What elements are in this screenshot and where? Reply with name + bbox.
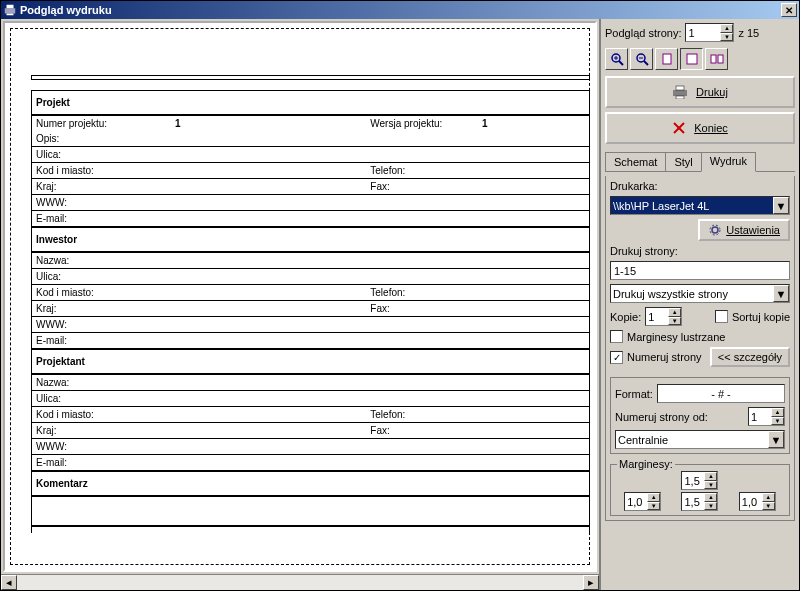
close-button[interactable]: ✕	[781, 3, 797, 17]
page-preview-label: Podgląd strony:	[605, 27, 681, 39]
chevron-down-icon[interactable]: ▼	[768, 431, 784, 448]
close-x-icon	[672, 121, 686, 135]
close-preview-button[interactable]: Koniec	[605, 112, 795, 144]
details-toggle-button[interactable]: << szczegóły	[710, 347, 790, 367]
sidebar: Podgląd strony: ▲▼ z 15 Drukuj	[599, 19, 799, 590]
gear-icon	[708, 223, 722, 237]
spin-up-icon[interactable]: ▲	[720, 24, 733, 33]
copies-spin[interactable]: ▲▼	[645, 307, 682, 326]
margin-bottom-spin[interactable]: ▲▼	[681, 492, 718, 511]
svg-rect-14	[673, 90, 687, 96]
svg-rect-15	[676, 86, 684, 90]
number-pages-checkbox[interactable]: ✓	[610, 351, 623, 364]
scroll-right-button[interactable]: ▸	[583, 575, 599, 590]
printer-settings-button[interactable]: Ustawienia	[698, 219, 790, 241]
page-number-input[interactable]	[686, 24, 720, 41]
printer-select[interactable]: \\kb\HP LaserJet 4L ▼	[610, 196, 790, 215]
svg-line-8	[644, 61, 648, 65]
two-pages-button[interactable]	[705, 48, 728, 70]
zoom-toolbar	[605, 46, 795, 72]
chevron-down-icon[interactable]: ▼	[773, 285, 789, 302]
zoom-out-button[interactable]	[630, 48, 653, 70]
tab-print[interactable]: Wydruk	[701, 152, 756, 172]
tab-schema[interactable]: Schemat	[605, 152, 666, 171]
chevron-down-icon[interactable]: ▼	[773, 197, 789, 214]
alignment-select[interactable]: Centralnie ▼	[615, 430, 785, 449]
margins-group: Marginesy: ▲▼ ▲▼ ▲▼ ▲▼	[610, 464, 790, 516]
margin-top-spin[interactable]: ▲▼	[681, 471, 718, 490]
report-content: Projekt Numer projektu:1Wersja projektu:…	[31, 90, 590, 497]
svg-line-4	[619, 61, 623, 65]
collate-checkbox[interactable]	[715, 310, 728, 323]
app-icon	[3, 3, 17, 17]
preview-area: Projekt Numer projektu:1Wersja projektu:…	[3, 21, 597, 572]
printer-icon	[672, 85, 688, 99]
svg-point-19	[712, 227, 718, 233]
svg-rect-2	[7, 14, 14, 16]
titlebar: Podgląd wydruku ✕	[1, 1, 799, 19]
pages-label: Drukuj strony:	[610, 245, 790, 257]
window-title: Podgląd wydruku	[20, 4, 781, 16]
tab-style[interactable]: Styl	[665, 152, 701, 171]
range-mode-select[interactable]: Drukuj wszystkie strony ▼	[610, 284, 790, 303]
format-input[interactable]	[657, 384, 785, 403]
svg-rect-0	[5, 8, 16, 13]
print-panel: Drukarka: \\kb\HP LaserJet 4L ▼ Ustawien…	[605, 176, 795, 521]
zoom-in-button[interactable]	[605, 48, 628, 70]
page-number-spin[interactable]: ▲▼	[685, 23, 734, 42]
pages-input[interactable]	[610, 261, 790, 280]
horizontal-scrollbar[interactable]: ◂ ▸	[1, 574, 599, 590]
svg-rect-16	[676, 96, 684, 99]
svg-rect-10	[663, 54, 671, 64]
scroll-left-button[interactable]: ◂	[1, 575, 17, 590]
fit-page-button[interactable]	[655, 48, 678, 70]
svg-rect-12	[711, 55, 716, 63]
start-number-spin[interactable]: ▲▼	[748, 407, 785, 426]
numbering-group: Format: Numeruj strony od: ▲▼ Centralnie…	[610, 377, 790, 454]
print-button[interactable]: Drukuj	[605, 76, 795, 108]
svg-rect-1	[7, 5, 14, 9]
print-preview-window: Podgląd wydruku ✕ Projekt Numer projektu…	[0, 0, 800, 591]
margin-right-spin[interactable]: ▲▼	[739, 492, 776, 511]
margin-left-spin[interactable]: ▲▼	[624, 492, 661, 511]
svg-rect-11	[687, 54, 697, 64]
tab-bar: Schemat Styl Wydruk	[605, 152, 795, 172]
mirror-margins-checkbox[interactable]	[610, 330, 623, 343]
svg-rect-13	[718, 55, 723, 63]
fit-width-button[interactable]	[680, 48, 703, 70]
printer-label: Drukarka:	[610, 180, 790, 192]
main-area: Projekt Numer projektu:1Wersja projektu:…	[1, 19, 799, 590]
copies-label: Kopie:	[610, 311, 641, 323]
spin-down-icon[interactable]: ▼	[720, 33, 733, 42]
